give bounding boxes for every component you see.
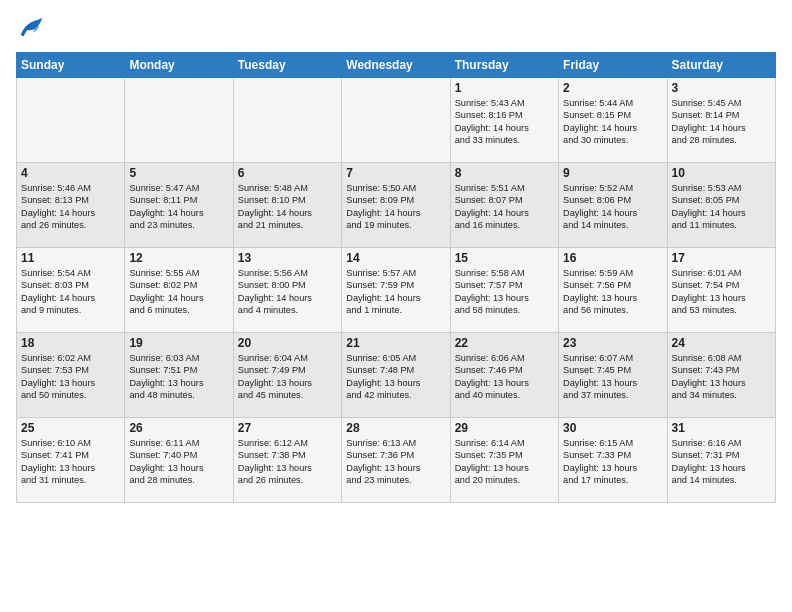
day-number: 26 — [129, 421, 228, 435]
day-number: 28 — [346, 421, 445, 435]
calendar-cell: 23Sunrise: 6:07 AM Sunset: 7:45 PM Dayli… — [559, 333, 667, 418]
cell-content: Sunrise: 5:47 AM Sunset: 8:11 PM Dayligh… — [129, 182, 228, 232]
cell-content: Sunrise: 6:02 AM Sunset: 7:53 PM Dayligh… — [21, 352, 120, 402]
calendar-cell: 28Sunrise: 6:13 AM Sunset: 7:36 PM Dayli… — [342, 418, 450, 503]
cell-content: Sunrise: 5:51 AM Sunset: 8:07 PM Dayligh… — [455, 182, 554, 232]
calendar-cell: 14Sunrise: 5:57 AM Sunset: 7:59 PM Dayli… — [342, 248, 450, 333]
day-number: 8 — [455, 166, 554, 180]
calendar-cell: 11Sunrise: 5:54 AM Sunset: 8:03 PM Dayli… — [17, 248, 125, 333]
day-number: 31 — [672, 421, 771, 435]
calendar-cell: 20Sunrise: 6:04 AM Sunset: 7:49 PM Dayli… — [233, 333, 341, 418]
logo-icon — [16, 16, 44, 44]
day-number: 22 — [455, 336, 554, 350]
cell-content: Sunrise: 6:14 AM Sunset: 7:35 PM Dayligh… — [455, 437, 554, 487]
calendar-cell: 21Sunrise: 6:05 AM Sunset: 7:48 PM Dayli… — [342, 333, 450, 418]
cell-content: Sunrise: 5:54 AM Sunset: 8:03 PM Dayligh… — [21, 267, 120, 317]
day-header-monday: Monday — [125, 53, 233, 78]
day-number: 19 — [129, 336, 228, 350]
calendar-week-2: 4Sunrise: 5:46 AM Sunset: 8:13 PM Daylig… — [17, 163, 776, 248]
cell-content: Sunrise: 6:12 AM Sunset: 7:38 PM Dayligh… — [238, 437, 337, 487]
day-number: 30 — [563, 421, 662, 435]
cell-content: Sunrise: 5:57 AM Sunset: 7:59 PM Dayligh… — [346, 267, 445, 317]
calendar-cell: 27Sunrise: 6:12 AM Sunset: 7:38 PM Dayli… — [233, 418, 341, 503]
day-number: 7 — [346, 166, 445, 180]
cell-content: Sunrise: 6:11 AM Sunset: 7:40 PM Dayligh… — [129, 437, 228, 487]
day-number: 27 — [238, 421, 337, 435]
day-number: 13 — [238, 251, 337, 265]
page-header — [16, 16, 776, 44]
cell-content: Sunrise: 6:03 AM Sunset: 7:51 PM Dayligh… — [129, 352, 228, 402]
day-number: 4 — [21, 166, 120, 180]
day-number: 17 — [672, 251, 771, 265]
calendar-cell — [17, 78, 125, 163]
calendar-cell: 25Sunrise: 6:10 AM Sunset: 7:41 PM Dayli… — [17, 418, 125, 503]
calendar-cell: 26Sunrise: 6:11 AM Sunset: 7:40 PM Dayli… — [125, 418, 233, 503]
cell-content: Sunrise: 5:43 AM Sunset: 8:16 PM Dayligh… — [455, 97, 554, 147]
day-header-saturday: Saturday — [667, 53, 775, 78]
cell-content: Sunrise: 6:06 AM Sunset: 7:46 PM Dayligh… — [455, 352, 554, 402]
day-number: 23 — [563, 336, 662, 350]
calendar-week-5: 25Sunrise: 6:10 AM Sunset: 7:41 PM Dayli… — [17, 418, 776, 503]
cell-content: Sunrise: 5:58 AM Sunset: 7:57 PM Dayligh… — [455, 267, 554, 317]
calendar-cell: 13Sunrise: 5:56 AM Sunset: 8:00 PM Dayli… — [233, 248, 341, 333]
calendar-cell: 4Sunrise: 5:46 AM Sunset: 8:13 PM Daylig… — [17, 163, 125, 248]
day-number: 29 — [455, 421, 554, 435]
day-number: 2 — [563, 81, 662, 95]
calendar-week-1: 1Sunrise: 5:43 AM Sunset: 8:16 PM Daylig… — [17, 78, 776, 163]
calendar-header-row: SundayMondayTuesdayWednesdayThursdayFrid… — [17, 53, 776, 78]
day-number: 15 — [455, 251, 554, 265]
day-number: 24 — [672, 336, 771, 350]
calendar-cell: 29Sunrise: 6:14 AM Sunset: 7:35 PM Dayli… — [450, 418, 558, 503]
cell-content: Sunrise: 6:08 AM Sunset: 7:43 PM Dayligh… — [672, 352, 771, 402]
calendar-cell: 15Sunrise: 5:58 AM Sunset: 7:57 PM Dayli… — [450, 248, 558, 333]
calendar-cell: 16Sunrise: 5:59 AM Sunset: 7:56 PM Dayli… — [559, 248, 667, 333]
cell-content: Sunrise: 5:52 AM Sunset: 8:06 PM Dayligh… — [563, 182, 662, 232]
calendar-week-3: 11Sunrise: 5:54 AM Sunset: 8:03 PM Dayli… — [17, 248, 776, 333]
day-number: 16 — [563, 251, 662, 265]
calendar-cell: 8Sunrise: 5:51 AM Sunset: 8:07 PM Daylig… — [450, 163, 558, 248]
calendar-cell: 24Sunrise: 6:08 AM Sunset: 7:43 PM Dayli… — [667, 333, 775, 418]
cell-content: Sunrise: 6:05 AM Sunset: 7:48 PM Dayligh… — [346, 352, 445, 402]
cell-content: Sunrise: 5:55 AM Sunset: 8:02 PM Dayligh… — [129, 267, 228, 317]
cell-content: Sunrise: 5:44 AM Sunset: 8:15 PM Dayligh… — [563, 97, 662, 147]
cell-content: Sunrise: 5:46 AM Sunset: 8:13 PM Dayligh… — [21, 182, 120, 232]
calendar-cell: 31Sunrise: 6:16 AM Sunset: 7:31 PM Dayli… — [667, 418, 775, 503]
day-number: 14 — [346, 251, 445, 265]
day-number: 10 — [672, 166, 771, 180]
day-number: 6 — [238, 166, 337, 180]
calendar-cell: 10Sunrise: 5:53 AM Sunset: 8:05 PM Dayli… — [667, 163, 775, 248]
day-number: 20 — [238, 336, 337, 350]
calendar-cell: 6Sunrise: 5:48 AM Sunset: 8:10 PM Daylig… — [233, 163, 341, 248]
calendar-cell: 1Sunrise: 5:43 AM Sunset: 8:16 PM Daylig… — [450, 78, 558, 163]
day-number: 1 — [455, 81, 554, 95]
calendar-body: 1Sunrise: 5:43 AM Sunset: 8:16 PM Daylig… — [17, 78, 776, 503]
day-header-sunday: Sunday — [17, 53, 125, 78]
calendar-cell: 7Sunrise: 5:50 AM Sunset: 8:09 PM Daylig… — [342, 163, 450, 248]
cell-content: Sunrise: 6:10 AM Sunset: 7:41 PM Dayligh… — [21, 437, 120, 487]
calendar-cell: 22Sunrise: 6:06 AM Sunset: 7:46 PM Dayli… — [450, 333, 558, 418]
calendar-cell: 30Sunrise: 6:15 AM Sunset: 7:33 PM Dayli… — [559, 418, 667, 503]
day-number: 18 — [21, 336, 120, 350]
calendar-week-4: 18Sunrise: 6:02 AM Sunset: 7:53 PM Dayli… — [17, 333, 776, 418]
calendar-cell: 9Sunrise: 5:52 AM Sunset: 8:06 PM Daylig… — [559, 163, 667, 248]
day-number: 9 — [563, 166, 662, 180]
cell-content: Sunrise: 5:45 AM Sunset: 8:14 PM Dayligh… — [672, 97, 771, 147]
calendar-cell: 12Sunrise: 5:55 AM Sunset: 8:02 PM Dayli… — [125, 248, 233, 333]
calendar-cell: 19Sunrise: 6:03 AM Sunset: 7:51 PM Dayli… — [125, 333, 233, 418]
day-header-tuesday: Tuesday — [233, 53, 341, 78]
cell-content: Sunrise: 6:15 AM Sunset: 7:33 PM Dayligh… — [563, 437, 662, 487]
calendar-cell: 17Sunrise: 6:01 AM Sunset: 7:54 PM Dayli… — [667, 248, 775, 333]
day-number: 5 — [129, 166, 228, 180]
calendar-cell: 5Sunrise: 5:47 AM Sunset: 8:11 PM Daylig… — [125, 163, 233, 248]
calendar-table: SundayMondayTuesdayWednesdayThursdayFrid… — [16, 52, 776, 503]
day-header-thursday: Thursday — [450, 53, 558, 78]
cell-content: Sunrise: 5:48 AM Sunset: 8:10 PM Dayligh… — [238, 182, 337, 232]
day-number: 3 — [672, 81, 771, 95]
day-number: 11 — [21, 251, 120, 265]
calendar-cell — [342, 78, 450, 163]
day-number: 25 — [21, 421, 120, 435]
calendar-cell — [125, 78, 233, 163]
calendar-cell: 2Sunrise: 5:44 AM Sunset: 8:15 PM Daylig… — [559, 78, 667, 163]
day-header-friday: Friday — [559, 53, 667, 78]
day-number: 12 — [129, 251, 228, 265]
